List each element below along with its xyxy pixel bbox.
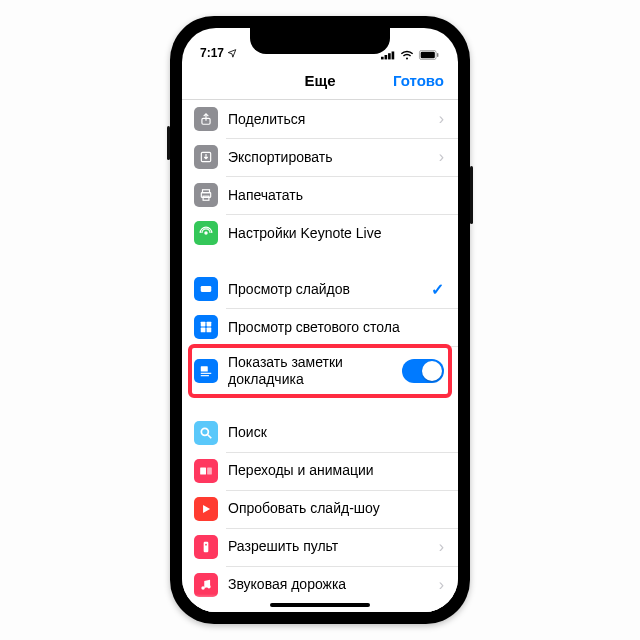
row-label: Настройки Keynote Live (228, 225, 444, 242)
navbar: Еще Готово (182, 62, 458, 100)
svg-point-12 (204, 231, 208, 235)
row-try-slideshow[interactable]: Опробовать слайд-шоу (182, 490, 458, 528)
svg-point-21 (201, 428, 208, 435)
done-button[interactable]: Готово (393, 72, 444, 89)
row-label: Просмотр слайдов (228, 281, 425, 298)
chevron-right-icon: › (439, 148, 444, 166)
chevron-right-icon: › (439, 110, 444, 128)
svg-point-25 (205, 543, 207, 545)
svg-point-27 (207, 585, 211, 589)
row-label: Просмотр светового стола (228, 319, 444, 336)
settings-list: Поделиться›Экспортировать›НапечататьНаст… (182, 100, 458, 612)
slides-icon (194, 277, 218, 301)
row-light-table[interactable]: Просмотр светового стола (182, 308, 458, 346)
svg-rect-17 (207, 328, 212, 333)
row-keynote[interactable]: Настройки Keynote Live (182, 214, 458, 252)
svg-rect-6 (437, 53, 439, 57)
battery-icon (418, 50, 440, 60)
row-label: Показать заметки докладчика (228, 354, 402, 388)
row-label: Поделиться (228, 111, 433, 128)
row-transitions[interactable]: Переходы и анимации (182, 452, 458, 490)
cellular-icon (381, 50, 396, 60)
row-export[interactable]: Экспортировать› (182, 138, 458, 176)
svg-rect-20 (201, 375, 209, 376)
row-share[interactable]: Поделиться› (182, 100, 458, 138)
phone-frame: 7:17 Еще Готово Поделиться›Экспортироват… (170, 16, 470, 624)
row-label: Разрешить пульт (228, 538, 433, 555)
row-label: Опробовать слайд-шоу (228, 500, 444, 517)
row-label: Экспортировать (228, 149, 433, 166)
svg-rect-19 (201, 373, 212, 374)
row-label: Напечатать (228, 187, 444, 204)
remote-icon (194, 535, 218, 559)
row-audio[interactable]: Звуковая дорожка› (182, 566, 458, 604)
svg-rect-2 (388, 53, 391, 59)
row-show-notes[interactable]: Показать заметки докладчика (182, 346, 458, 396)
svg-rect-1 (385, 55, 388, 59)
svg-rect-15 (207, 322, 212, 327)
row-label: Переходы и анимации (228, 462, 444, 479)
row-view-slides[interactable]: Просмотр слайдов✓ (182, 270, 458, 308)
chevron-right-icon: › (439, 576, 444, 594)
audio-icon (194, 573, 218, 597)
chevron-right-icon: › (439, 538, 444, 556)
print-icon (194, 183, 218, 207)
screen: 7:17 Еще Готово Поделиться›Экспортироват… (182, 28, 458, 612)
row-label: Звуковая дорожка (228, 576, 433, 593)
wifi-icon (400, 50, 414, 60)
svg-rect-18 (201, 366, 208, 371)
svg-rect-0 (381, 57, 384, 60)
page-title: Еще (304, 72, 335, 89)
row-remote[interactable]: Разрешить пульт› (182, 528, 458, 566)
home-indicator[interactable] (270, 603, 370, 607)
svg-point-26 (201, 586, 205, 590)
svg-rect-22 (200, 467, 206, 474)
broadcast-icon (194, 221, 218, 245)
lighttable-icon (194, 315, 218, 339)
notes-icon (194, 359, 218, 383)
svg-rect-3 (392, 51, 395, 59)
play-icon (194, 497, 218, 521)
search-icon (194, 421, 218, 445)
status-time: 7:17 (200, 46, 224, 60)
row-print[interactable]: Напечатать (182, 176, 458, 214)
row-search[interactable]: Поиск (182, 414, 458, 452)
svg-rect-23 (207, 467, 212, 474)
transitions-icon (194, 459, 218, 483)
svg-rect-13 (201, 286, 212, 292)
notch (250, 28, 390, 54)
toggle-show-notes[interactable] (402, 359, 444, 383)
export-icon (194, 145, 218, 169)
svg-rect-14 (201, 322, 206, 327)
svg-rect-16 (201, 328, 206, 333)
location-icon (227, 48, 237, 58)
checkmark-icon: ✓ (431, 280, 444, 299)
svg-rect-5 (421, 52, 435, 59)
share-icon (194, 107, 218, 131)
row-label: Поиск (228, 424, 444, 441)
svg-rect-24 (204, 541, 209, 552)
